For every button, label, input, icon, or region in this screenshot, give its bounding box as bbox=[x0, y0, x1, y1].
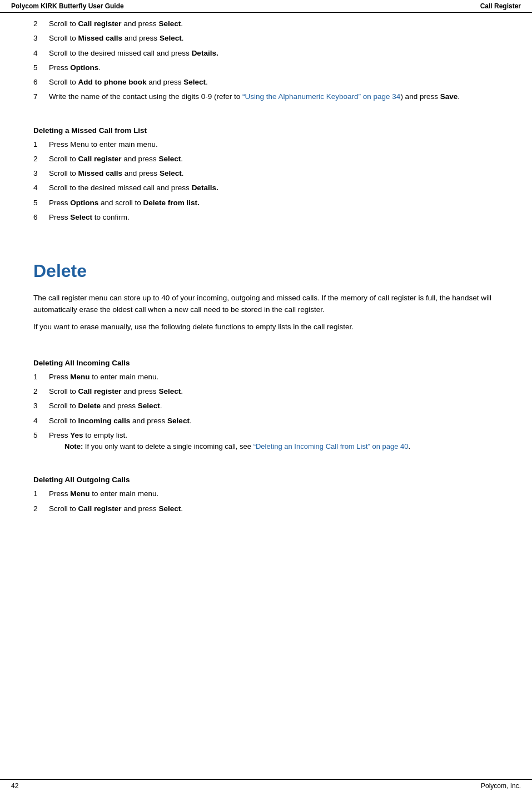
step-text: Press Yes to empty list. Note: If you on… bbox=[49, 430, 499, 453]
step-number: 5 bbox=[33, 430, 49, 453]
deleting-all-incoming-steps: 1 Press Menu to enter main menu. 2 Scrol… bbox=[33, 372, 499, 453]
step-text: Press Options. bbox=[49, 62, 499, 73]
step-text: Scroll to Delete and press Select. bbox=[49, 400, 499, 412]
deleting-missed-call-steps: 1 Press Menu to enter main menu. 2 Scrol… bbox=[33, 139, 499, 224]
step-number: 2 bbox=[33, 386, 49, 397]
step-number: 6 bbox=[33, 77, 49, 88]
step-text: Scroll to Missed calls and press Select. bbox=[49, 168, 499, 179]
page-header: Polycom KIRK Butterfly User Guide Call R… bbox=[0, 0, 532, 13]
step-text: Scroll to Call register and press Select… bbox=[49, 154, 499, 165]
step-item: 2 Scroll to Call register and press Sele… bbox=[33, 386, 499, 397]
step-item: 1 Press Menu to enter main menu. bbox=[33, 139, 499, 150]
step-item: 3 Scroll to Missed calls and press Selec… bbox=[33, 168, 499, 179]
step-number: 3 bbox=[33, 400, 49, 412]
step-text: Press Select to confirm. bbox=[49, 212, 499, 223]
step-item: 5 Press Yes to empty list. Note: If you … bbox=[33, 430, 499, 453]
step-item: 7 Write the name of the contact using th… bbox=[33, 91, 499, 102]
step-number: 3 bbox=[33, 33, 49, 44]
step-item: 2 Scroll to Call register and press Sele… bbox=[33, 18, 499, 29]
deleting-all-outgoing-steps: 1 Press Menu to enter main menu. 2 Scrol… bbox=[33, 488, 499, 514]
step-number: 2 bbox=[33, 503, 49, 514]
step-number: 5 bbox=[33, 62, 49, 73]
page-footer: 42 Polycom, Inc. bbox=[0, 779, 532, 792]
page-container: Polycom KIRK Butterfly User Guide Call R… bbox=[0, 0, 532, 792]
step-number: 4 bbox=[33, 48, 49, 59]
step-number: 4 bbox=[33, 415, 49, 427]
step-text: Press Menu to enter main menu. bbox=[49, 139, 499, 150]
step-text: Scroll to Add to phone book and press Se… bbox=[49, 77, 499, 88]
alphanumeric-link[interactable]: “Using the Alphanumeric Keyboard” on pag… bbox=[242, 92, 400, 101]
step-number: 3 bbox=[33, 168, 49, 179]
step-item: 4 Scroll to Incoming calls and press Sel… bbox=[33, 415, 499, 427]
step-text: Scroll to Call register and press Select… bbox=[49, 18, 499, 29]
step-item: 2 Scroll to Call register and press Sele… bbox=[33, 503, 499, 514]
main-content: 2 Scroll to Call register and press Sele… bbox=[0, 13, 532, 546]
step-text: Press Menu to enter main menu. bbox=[49, 372, 499, 383]
step-number: 2 bbox=[33, 154, 49, 165]
deleting-all-outgoing-heading: Deleting All Outgoing Calls bbox=[33, 476, 499, 484]
step-item: 3 Scroll to Delete and press Select. bbox=[33, 400, 499, 412]
note-text: Note: If you only want to delete a singl… bbox=[49, 442, 410, 451]
step-item: 6 Scroll to Add to phone book and press … bbox=[33, 77, 499, 88]
header-title-left: Polycom KIRK Butterfly User Guide bbox=[11, 2, 124, 10]
step-text: Scroll to Missed calls and press Select. bbox=[49, 33, 499, 44]
step-item: 3 Scroll to Missed calls and press Selec… bbox=[33, 33, 499, 44]
step-item: 1 Press Menu to enter main menu. bbox=[33, 488, 499, 499]
deleting-missed-call-heading: Deleting a Missed Call from List bbox=[33, 126, 499, 135]
step-item: 6 Press Select to confirm. bbox=[33, 212, 499, 223]
step-item: 5 Press Options and scroll to Delete fro… bbox=[33, 197, 499, 209]
step-item: 4 Scroll to the desired missed call and … bbox=[33, 182, 499, 194]
step-item: 4 Scroll to the desired missed call and … bbox=[33, 48, 499, 59]
step-number: 5 bbox=[33, 197, 49, 209]
step-text: Scroll to Call register and press Select… bbox=[49, 503, 499, 514]
step-text: Scroll to the desired missed call and pr… bbox=[49, 48, 499, 59]
step-text: Write the name of the contact using the … bbox=[49, 91, 499, 102]
footer-company: Polycom, Inc. bbox=[481, 782, 521, 790]
header-title-right: Call Register bbox=[480, 2, 521, 10]
step-number: 1 bbox=[33, 372, 49, 383]
step-item: 1 Press Menu to enter main menu. bbox=[33, 372, 499, 383]
step-item: 5 Press Options. bbox=[33, 62, 499, 73]
step-number: 2 bbox=[33, 18, 49, 29]
delete-section-heading: Delete bbox=[33, 261, 499, 281]
step-text: Scroll to Incoming calls and press Selec… bbox=[49, 415, 499, 427]
steps-continuation: 2 Scroll to Call register and press Sele… bbox=[33, 18, 499, 103]
delete-para1: The call register menu can store up to 4… bbox=[33, 293, 499, 316]
step-number: 1 bbox=[33, 139, 49, 150]
step-item: 2 Scroll to Call register and press Sele… bbox=[33, 154, 499, 165]
step-text: Press Options and scroll to Delete from … bbox=[49, 197, 499, 209]
step-text: Scroll to the desired missed call and pr… bbox=[49, 182, 499, 194]
footer-page-number: 42 bbox=[11, 782, 18, 790]
step-number: 6 bbox=[33, 212, 49, 223]
step-number: 7 bbox=[33, 91, 49, 102]
step-number: 4 bbox=[33, 182, 49, 194]
step-text: Press Menu to enter main menu. bbox=[49, 488, 499, 499]
step-number: 1 bbox=[33, 488, 49, 499]
delete-para2: If you want to erase manually, use the f… bbox=[33, 321, 499, 333]
deleting-incoming-link[interactable]: “Deleting an Incoming Call from List” on… bbox=[253, 442, 409, 451]
step-text: Scroll to Call register and press Select… bbox=[49, 386, 499, 397]
deleting-all-incoming-heading: Deleting All Incoming Calls bbox=[33, 359, 499, 367]
